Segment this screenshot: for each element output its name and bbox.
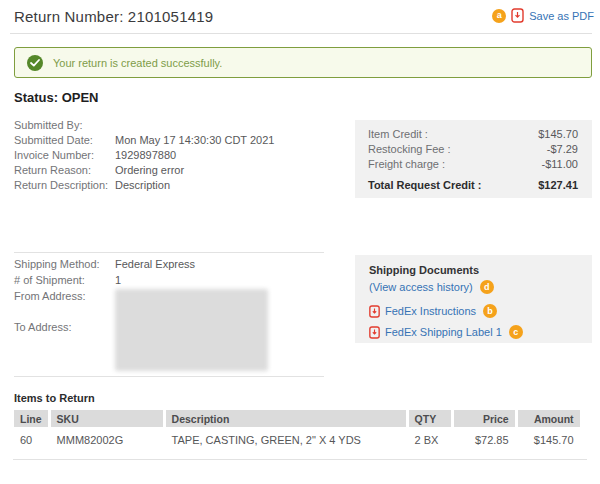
detail-label: Invoice Number: [14, 148, 115, 163]
fedex-shipping-label-link[interactable]: FedEx Shipping Label 1 [385, 326, 502, 338]
address-redaction-block [115, 289, 268, 371]
shipping-bottom-divider [14, 376, 324, 377]
credit-value: -$7.29 [547, 142, 578, 157]
detail-row-invoice-number: Invoice Number: 1929897880 [14, 148, 344, 163]
annotation-badge-d: d [480, 280, 494, 294]
credit-row-freight-charge: Freight charge : -$11.00 [368, 157, 578, 172]
items-table-row: 60 MMM82002G TAPE, CASTING, GREEN, 2" X … [14, 427, 580, 450]
shipping-documents-panel: Shipping Documents (View access history)… [355, 255, 592, 343]
cell-price: $72.85 [454, 427, 515, 450]
detail-value: Ordering error [115, 163, 184, 178]
shipping-value: 1 [115, 273, 121, 288]
shipping-top-divider [14, 252, 324, 253]
credit-summary-panel: Item Credit : $145.70 Restocking Fee : -… [355, 120, 592, 198]
success-check-icon [27, 55, 43, 71]
credit-row-total: Total Request Credit : $127.41 [368, 178, 578, 193]
cell-amount: $145.70 [518, 427, 580, 450]
detail-value: 1929897880 [115, 148, 176, 163]
credit-value: $145.70 [538, 127, 578, 142]
shipping-label: Shipping Method: [14, 257, 115, 272]
shipping-label: To Address: [14, 320, 115, 335]
shipping-value: Federal Express [115, 257, 195, 272]
shipping-row-method: Shipping Method: Federal Express [14, 257, 344, 272]
shipping-label: From Address: [14, 289, 115, 304]
items-bottom-divider [13, 459, 587, 460]
shipping-row-shipments: # of Shipment: 1 [14, 273, 344, 288]
credit-row-restocking-fee: Restocking Fee : -$7.29 [368, 142, 578, 157]
col-header-qty: QTY [409, 410, 451, 427]
annotation-badge-a: a [492, 9, 506, 23]
detail-value: Description [115, 178, 170, 193]
total-credit-value: $127.41 [538, 178, 578, 193]
detail-row-return-reason: Return Reason: Ordering error [14, 163, 344, 178]
cell-qty: 2 BX [409, 427, 451, 450]
detail-row-return-description: Return Description: Description [14, 178, 344, 193]
credit-label: Restocking Fee : [368, 142, 451, 157]
pdf-file-icon [369, 305, 380, 318]
credit-value: -$11.00 [542, 157, 579, 172]
credit-label: Item Credit : [368, 127, 428, 142]
credit-label: Freight charge : [368, 157, 445, 172]
pdf-file-icon [511, 8, 524, 23]
detail-label: Submitted By: [14, 118, 115, 133]
detail-label: Return Reason: [14, 163, 115, 178]
items-table-header-row: Line SKU Description QTY Price Amount [14, 410, 580, 427]
detail-label: Submitted Date: [14, 133, 115, 148]
fedex-instructions-row: FedEx Instructions b [369, 304, 578, 318]
save-as-pdf-link[interactable]: Save as PDF [529, 10, 594, 22]
return-details: Submitted By: Submitted Date: Mon May 17… [14, 118, 344, 193]
detail-label: Return Description: [14, 178, 115, 193]
banner-message: Your return is created successfully. [53, 57, 222, 69]
header-actions: a Save as PDF [492, 8, 594, 23]
fedex-shipping-label-row: FedEx Shipping Label 1 c [369, 325, 578, 339]
view-access-history-row: (View access history) d [369, 280, 578, 294]
total-credit-label: Total Request Credit : [368, 178, 481, 193]
cell-description: TAPE, CASTING, GREEN, 2" X 4 YDS [166, 427, 406, 450]
annotation-badge-b: b [483, 304, 497, 318]
col-header-sku: SKU [51, 410, 163, 427]
header-divider [10, 33, 592, 34]
cell-sku: MMM82002G [51, 427, 163, 450]
detail-value: Mon May 17 14:30:30 CDT 2021 [115, 133, 274, 148]
detail-row-submitted-by: Submitted By: [14, 118, 344, 133]
col-header-amount: Amount [518, 410, 580, 427]
pdf-file-icon [369, 326, 380, 339]
col-header-price: Price [454, 410, 515, 427]
annotation-badge-c: c [509, 325, 523, 339]
view-access-history-link[interactable]: (View access history) [369, 281, 473, 293]
shipping-label: # of Shipment: [14, 273, 115, 288]
cell-line: 60 [14, 427, 48, 450]
return-details-page: Return Number: 2101051419 a Save as PDF … [0, 0, 600, 484]
shipping-documents-title: Shipping Documents [369, 263, 578, 277]
page-title: Return Number: 2101051419 [14, 8, 213, 25]
items-table: Line SKU Description QTY Price Amount 60… [11, 410, 583, 450]
col-header-description: Description [166, 410, 406, 427]
success-banner: Your return is created successfully. [14, 47, 592, 78]
items-to-return-title: Items to Return [14, 392, 95, 404]
fedex-instructions-link[interactable]: FedEx Instructions [385, 305, 476, 317]
credit-row-item-credit: Item Credit : $145.70 [368, 127, 578, 142]
status-heading: Status: OPEN [14, 90, 99, 105]
col-header-line: Line [14, 410, 48, 427]
detail-row-submitted-date: Submitted Date: Mon May 17 14:30:30 CDT … [14, 133, 344, 148]
